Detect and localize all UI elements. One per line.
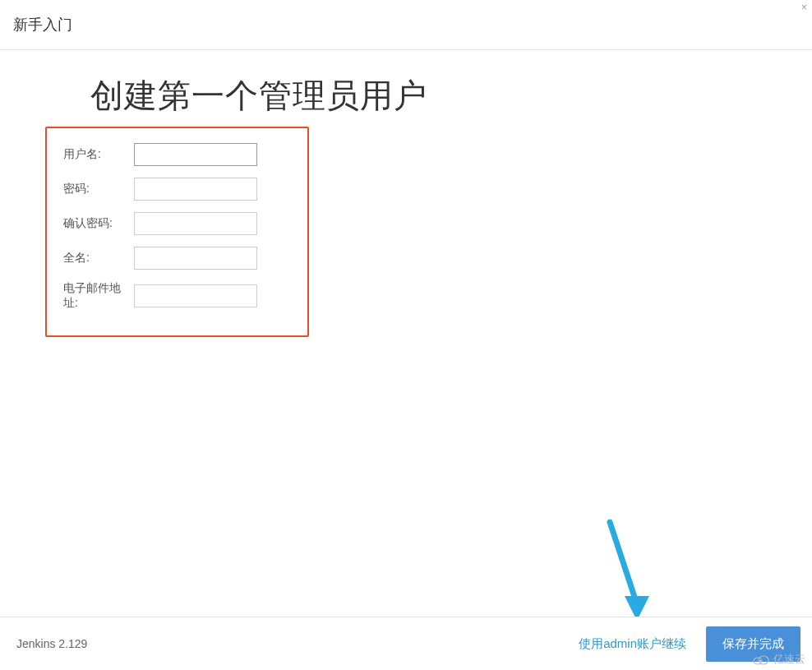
close-icon[interactable]: ×	[801, 2, 807, 13]
username-input[interactable]	[134, 143, 257, 166]
form-row-username: 用户名:	[63, 143, 291, 166]
fullname-input[interactable]	[134, 247, 257, 270]
form-row-confirm-password: 确认密码:	[63, 212, 291, 235]
fullname-label: 全名:	[63, 251, 134, 266]
continue-as-admin-button[interactable]: 使用admin账户继续	[575, 630, 690, 658]
page-title: 创建第一个管理员用户	[90, 73, 812, 118]
admin-user-form: 用户名: 密码: 确认密码: 全名: 电子邮件地址:	[45, 127, 309, 337]
password-input[interactable]	[134, 178, 257, 201]
header-bar: 新手入门	[0, 0, 812, 50]
content-area: 创建第一个管理员用户 用户名: 密码: 确认密码: 全名: 电子邮件地址:	[0, 50, 812, 620]
password-label: 密码:	[63, 182, 134, 196]
form-row-password: 密码:	[63, 178, 291, 201]
form-row-email: 电子邮件地址:	[63, 281, 291, 311]
username-label: 用户名:	[63, 147, 134, 162]
header-title: 新手入门	[13, 16, 72, 33]
footer-bar: Jenkins 2.129 使用admin账户继续 保存并完成	[0, 617, 812, 670]
email-input[interactable]	[134, 284, 257, 307]
confirm-password-label: 确认密码:	[63, 216, 134, 231]
save-and-finish-button[interactable]: 保存并完成	[706, 626, 800, 662]
form-row-fullname: 全名:	[63, 247, 291, 270]
footer-actions: 使用admin账户继续 保存并完成	[575, 626, 800, 662]
email-label: 电子邮件地址:	[63, 281, 134, 311]
inner-content: 创建第一个管理员用户 用户名: 密码: 确认密码: 全名: 电子邮件地址:	[0, 50, 812, 620]
version-text: Jenkins 2.129	[16, 637, 87, 650]
confirm-password-input[interactable]	[134, 212, 257, 235]
